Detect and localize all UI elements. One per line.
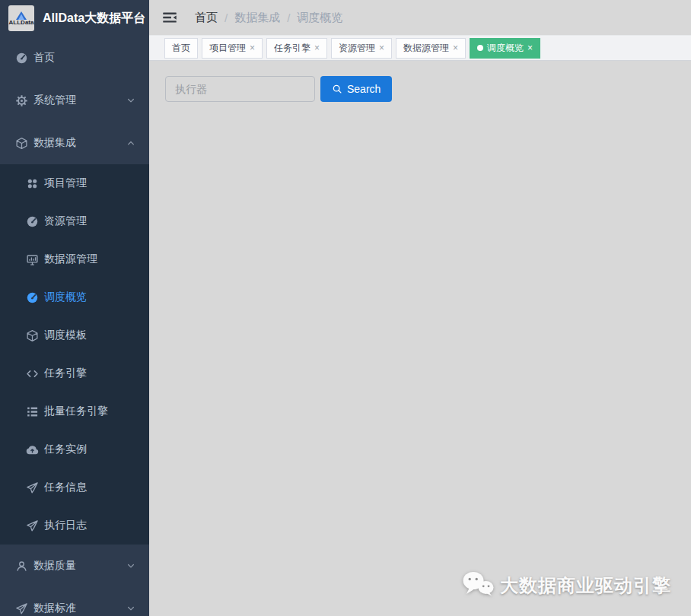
sidebar: ALLData AllData大数据平台 首页系统管理数据集成项目管理资源管理数… bbox=[0, 0, 149, 616]
breadcrumb-item-数据集成[interactable]: 数据集成 bbox=[234, 11, 280, 25]
close-icon[interactable]: × bbox=[527, 43, 533, 52]
gear-icon bbox=[15, 94, 28, 107]
chevron-down-icon bbox=[126, 96, 135, 105]
send-icon bbox=[26, 481, 39, 494]
watermark-text: 大数据商业驱动引擎 bbox=[500, 573, 671, 598]
sidebar-item-label: 任务引擎 bbox=[44, 367, 87, 380]
sidebar-item-label: 执行日志 bbox=[44, 519, 87, 532]
cloud-upload-icon bbox=[26, 443, 39, 456]
logo-word: ALLData bbox=[9, 20, 34, 25]
sidebar-item-执行日志[interactable]: 执行日志 bbox=[0, 506, 149, 545]
sidebar-item-label: 任务信息 bbox=[44, 481, 87, 494]
tab-数据源管理[interactable]: 数据源管理× bbox=[396, 38, 466, 59]
active-tab-dot-icon bbox=[477, 45, 483, 51]
sidebar-item-任务引擎[interactable]: 任务引擎 bbox=[0, 354, 149, 392]
tab-资源管理[interactable]: 资源管理× bbox=[331, 38, 392, 59]
breadcrumb-separator: / bbox=[224, 11, 228, 24]
tab-label: 数据源管理 bbox=[403, 42, 449, 55]
breadcrumb-item-首页[interactable]: 首页 bbox=[195, 11, 218, 25]
cube-icon bbox=[26, 329, 39, 342]
sidebar-item-任务信息[interactable]: 任务信息 bbox=[0, 468, 149, 506]
sidebar-item-数据标准[interactable]: 数据标准 bbox=[0, 587, 149, 616]
sidebar-item-label: 数据集成 bbox=[33, 136, 76, 150]
breadcrumb: 首页/数据集成/调度概览 bbox=[195, 11, 342, 25]
wechat-icon bbox=[461, 570, 495, 601]
sidebar-item-调度模板[interactable]: 调度模板 bbox=[0, 316, 149, 354]
app-logo: ALLData AllData大数据平台 bbox=[0, 0, 149, 37]
tab-调度概览[interactable]: 调度概览× bbox=[470, 38, 540, 59]
sidebar-item-任务实例[interactable]: 任务实例 bbox=[0, 430, 149, 468]
sidebar-menu: 首页系统管理数据集成项目管理资源管理数据源管理调度概览调度模板任务引擎批量任务引… bbox=[0, 37, 149, 616]
sidebar-item-系统管理[interactable]: 系统管理 bbox=[0, 79, 149, 122]
tab-label: 调度概览 bbox=[487, 42, 524, 55]
sidebar-item-label: 项目管理 bbox=[44, 176, 87, 190]
chevron-down-icon bbox=[126, 561, 135, 570]
chevron-down-icon bbox=[126, 604, 135, 613]
gauge-icon bbox=[26, 291, 39, 304]
sidebar-item-label: 任务实例 bbox=[44, 443, 87, 456]
apps-icon bbox=[26, 177, 39, 190]
search-button-label: Search bbox=[347, 83, 381, 95]
close-icon[interactable]: × bbox=[379, 43, 384, 52]
tree-list-icon bbox=[26, 405, 39, 418]
sidebar-item-项目管理[interactable]: 项目管理 bbox=[0, 164, 149, 202]
send-icon bbox=[26, 519, 39, 532]
close-icon[interactable]: × bbox=[453, 43, 458, 52]
executor-search-input[interactable] bbox=[165, 76, 315, 102]
tab-项目管理[interactable]: 项目管理× bbox=[202, 38, 263, 59]
search-icon bbox=[332, 84, 342, 94]
sidebar-item-label: 数据源管理 bbox=[44, 252, 97, 266]
gauge-icon bbox=[26, 215, 39, 228]
sidebar-item-数据集成[interactable]: 数据集成 bbox=[0, 122, 149, 164]
app-title: AllData大数据平台 bbox=[43, 11, 145, 27]
breadcrumb-item-调度概览: 调度概览 bbox=[297, 11, 342, 25]
tab-label: 首页 bbox=[172, 42, 190, 55]
sidebar-item-调度概览[interactable]: 调度概览 bbox=[0, 278, 149, 316]
send-icon bbox=[15, 602, 28, 615]
dashboard-icon bbox=[15, 52, 28, 65]
alldata-logo-icon: ALLData bbox=[8, 5, 34, 31]
sidebar-item-首页[interactable]: 首页 bbox=[0, 37, 149, 79]
tab-label: 任务引擎 bbox=[274, 42, 310, 55]
sidebar-item-label: 数据标准 bbox=[33, 602, 76, 615]
sidebar-item-数据源管理[interactable]: 数据源管理 bbox=[0, 240, 149, 278]
user-icon bbox=[15, 560, 28, 573]
sidebar-item-label: 调度概览 bbox=[44, 291, 87, 304]
sidebar-item-label: 数据质量 bbox=[33, 559, 76, 573]
monitor-icon bbox=[26, 253, 39, 266]
sidebar-item-批量任务引擎[interactable]: 批量任务引擎 bbox=[0, 392, 149, 430]
tab-首页[interactable]: 首页 bbox=[164, 38, 198, 59]
sidebar-item-label: 批量任务引擎 bbox=[44, 405, 108, 418]
sidebar-item-资源管理[interactable]: 资源管理 bbox=[0, 202, 149, 240]
chevron-up-icon bbox=[126, 138, 135, 148]
sidebar-item-label: 调度模板 bbox=[44, 329, 87, 342]
watermark: 大数据商业驱动引擎 bbox=[461, 570, 671, 601]
code-icon bbox=[26, 367, 39, 380]
search-toolbar: Search bbox=[165, 76, 691, 102]
submenu-data-integration: 项目管理资源管理数据源管理调度概览调度模板任务引擎批量任务引擎任务实例任务信息执… bbox=[0, 164, 149, 545]
tab-label: 资源管理 bbox=[339, 42, 375, 55]
cube-icon bbox=[15, 137, 28, 150]
top-navbar: 首页/数据集成/调度概览 bbox=[149, 0, 691, 35]
content-area: Search bbox=[149, 61, 691, 616]
tags-bar: 首页项目管理×任务引擎×资源管理×数据源管理×调度概览× bbox=[149, 35, 691, 61]
breadcrumb-separator: / bbox=[287, 11, 290, 24]
tab-任务引擎[interactable]: 任务引擎× bbox=[266, 38, 327, 59]
sidebar-item-label: 资源管理 bbox=[44, 214, 87, 228]
search-button[interactable]: Search bbox=[320, 76, 392, 102]
tab-label: 项目管理 bbox=[209, 42, 246, 55]
hamburger-icon[interactable] bbox=[162, 10, 177, 25]
sidebar-item-label: 首页 bbox=[33, 51, 55, 65]
close-icon[interactable]: × bbox=[314, 43, 320, 52]
close-icon[interactable]: × bbox=[250, 43, 255, 52]
sidebar-item-数据质量[interactable]: 数据质量 bbox=[0, 545, 149, 587]
main-area: 首页/数据集成/调度概览 首页项目管理×任务引擎×资源管理×数据源管理×调度概览… bbox=[149, 0, 691, 616]
sidebar-item-label: 系统管理 bbox=[33, 94, 76, 107]
